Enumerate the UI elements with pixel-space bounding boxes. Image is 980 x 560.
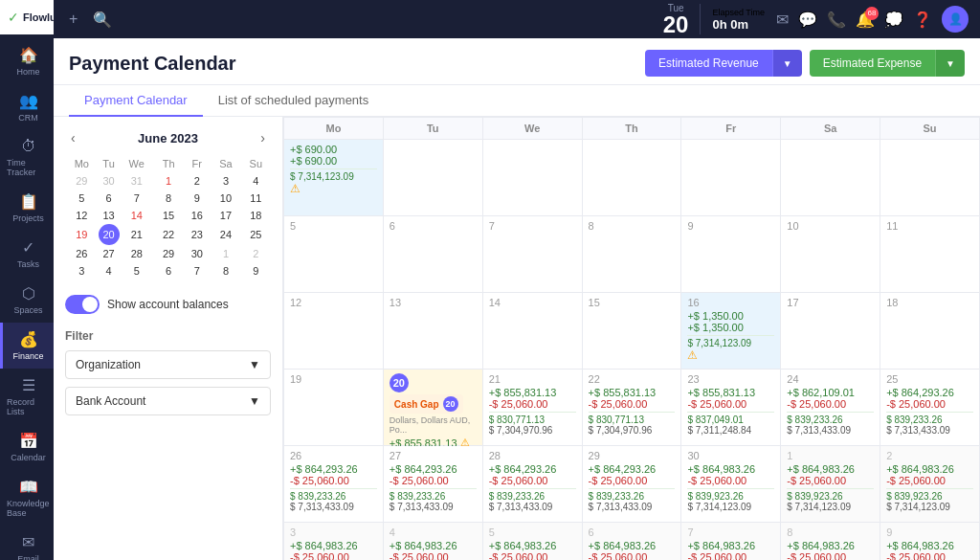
mini-cal-day[interactable]: 11 bbox=[241, 190, 271, 207]
mini-cal-day[interactable]: 14 bbox=[120, 207, 154, 224]
tab-scheduled-payments[interactable]: List of scheduled payments bbox=[203, 85, 385, 117]
estimated-revenue-caret[interactable]: ▼ bbox=[772, 50, 802, 77]
sidebar-item-time-tracker[interactable]: ⏱ Time Tracker bbox=[0, 130, 54, 185]
mini-cal-day[interactable]: 29 bbox=[154, 245, 183, 262]
calendar-cell[interactable]: 5 bbox=[284, 216, 384, 293]
sidebar-item-knowledge[interactable]: 📖 Knowledge Base bbox=[0, 470, 54, 526]
calendar-cell[interactable]: 29 +$ 864,293.26 -$ 25,060.00 $ 839,233.… bbox=[583, 446, 682, 523]
calendar-cell[interactable]: 24 +$ 862,109.01 -$ 25,060.00 $ 839,233.… bbox=[781, 370, 880, 446]
estimated-expense-caret[interactable]: ▼ bbox=[935, 50, 965, 77]
mini-cal-prev[interactable]: ‹ bbox=[65, 128, 81, 147]
mini-cal-day[interactable]: 10 bbox=[211, 190, 240, 207]
mini-cal-day[interactable]: 24 bbox=[211, 224, 240, 245]
estimated-expense-button[interactable]: Estimated Expense bbox=[810, 50, 935, 77]
calendar-cell[interactable]: 23 +$ 855,831.13 -$ 25,060.00 $ 837,049.… bbox=[681, 370, 781, 446]
calendar-cell[interactable]: 25 +$ 864,293.26 -$ 25,060.00 $ 839,233.… bbox=[880, 370, 980, 446]
calendar-cell[interactable]: 6 bbox=[384, 216, 483, 293]
mail-button[interactable]: ✉ bbox=[776, 11, 789, 29]
mini-cal-day[interactable]: 4 bbox=[241, 172, 271, 190]
mini-cal-day[interactable]: 31 bbox=[120, 172, 154, 190]
calendar-cell[interactable]: 11 bbox=[880, 216, 980, 293]
calendar-cell[interactable]: 15 bbox=[583, 293, 682, 370]
bank-account-filter[interactable]: Bank Account ▼ bbox=[65, 387, 271, 415]
sidebar-item-tasks[interactable]: ✓ Tasks bbox=[0, 231, 54, 277]
mini-cal-day[interactable]: 1 bbox=[154, 172, 183, 190]
mini-cal-day[interactable]: 8 bbox=[211, 262, 240, 280]
mini-cal-day[interactable]: 4 bbox=[99, 262, 120, 280]
calendar-cell[interactable]: 13 bbox=[384, 293, 483, 370]
avatar[interactable]: 👤 bbox=[942, 6, 969, 33]
mini-cal-day[interactable]: 3 bbox=[65, 262, 99, 280]
add-button[interactable]: + bbox=[65, 7, 81, 32]
calendar-cell[interactable]: 21 +$ 855,831.13 -$ 25,060.00 $ 830,771.… bbox=[483, 370, 583, 446]
mini-cal-day[interactable]: 21 bbox=[120, 224, 154, 245]
mini-cal-day[interactable]: 18 bbox=[241, 207, 271, 224]
calendar-cell[interactable]: 4 +$ 864,983.26 -$ 25,060.00 bbox=[384, 523, 483, 560]
calendar-cell[interactable]: 7 bbox=[483, 216, 583, 293]
mini-cal-next[interactable]: › bbox=[255, 128, 271, 147]
calendar-cell[interactable]: 7 +$ 864,983.26 -$ 25,060.00 bbox=[681, 523, 781, 560]
organization-filter[interactable]: Organization ▼ bbox=[65, 350, 271, 379]
calendar-cell[interactable] bbox=[781, 140, 880, 216]
mini-cal-day[interactable]: 17 bbox=[211, 207, 240, 224]
notification-button[interactable]: 🔔 68 bbox=[856, 11, 875, 29]
calendar-cell[interactable]: 27 +$ 864,293.26 -$ 25,060.00 $ 839,233.… bbox=[384, 446, 483, 523]
mini-cal-day[interactable]: 12 bbox=[65, 207, 99, 224]
calendar-cell[interactable]: 8 +$ 864,983.26 -$ 25,060.00 bbox=[781, 523, 880, 560]
mini-cal-day[interactable]: 3 bbox=[211, 172, 240, 190]
calendar-cell[interactable]: 9 bbox=[681, 216, 781, 293]
calendar-cell[interactable]: 22 +$ 855,831.13 -$ 25,060.00 $ 830,771.… bbox=[583, 370, 682, 446]
estimated-revenue-button[interactable]: Estimated Revenue bbox=[645, 50, 772, 77]
sidebar-item-email[interactable]: ✉ Email bbox=[0, 526, 54, 560]
mini-cal-day[interactable]: 16 bbox=[183, 207, 211, 224]
calendar-cell[interactable]: 12 bbox=[284, 293, 384, 370]
mini-cal-day[interactable]: 30 bbox=[99, 172, 120, 190]
calendar-cell[interactable]: 16 +$ 1,350.00 +$ 1,350.00 $ 7,314,123.0… bbox=[681, 293, 781, 370]
mini-cal-day[interactable]: 1 bbox=[211, 245, 240, 262]
sidebar-item-projects[interactable]: 📋 Projects bbox=[0, 185, 54, 231]
mini-cal-day[interactable]: 9 bbox=[241, 262, 271, 280]
calendar-cell[interactable] bbox=[483, 140, 583, 216]
sidebar-item-calendar[interactable]: 📅 Calendar bbox=[0, 424, 54, 470]
sidebar-item-home[interactable]: 🏠 Home bbox=[0, 38, 54, 84]
sidebar-item-crm[interactable]: 👥 CRM bbox=[0, 84, 54, 130]
calendar-cell[interactable]: 20 Cash Gap 20 Dollars, Dollars AUD, Po.… bbox=[384, 370, 483, 446]
mini-cal-day[interactable]: 20 bbox=[99, 224, 120, 245]
calendar-cell[interactable]: 8 bbox=[583, 216, 682, 293]
mini-cal-day[interactable]: 28 bbox=[120, 245, 154, 262]
calendar-cell[interactable]: 6 +$ 864,983.26 -$ 25,060.00 bbox=[583, 523, 682, 560]
calendar-cell[interactable]: 5 +$ 864,983.26 -$ 25,060.00 bbox=[483, 523, 583, 560]
mini-cal-day[interactable]: 26 bbox=[65, 245, 99, 262]
mini-cal-day[interactable]: 7 bbox=[120, 190, 154, 207]
mini-cal-day[interactable]: 2 bbox=[183, 172, 211, 190]
messages-button[interactable]: 💭 bbox=[884, 11, 903, 29]
calendar-cell[interactable]: 19 bbox=[284, 370, 384, 446]
mini-cal-day[interactable]: 13 bbox=[99, 207, 120, 224]
calendar-cell[interactable]: 9 +$ 864,983.26 -$ 25,060.00 bbox=[880, 523, 980, 560]
mini-cal-day[interactable]: 6 bbox=[99, 190, 120, 207]
mini-cal-day[interactable]: 29 bbox=[65, 172, 99, 190]
calendar-cell[interactable] bbox=[583, 140, 682, 216]
calendar-cell[interactable]: 1 +$ 864,983.26 -$ 25,060.00 $ 839,923.2… bbox=[781, 446, 880, 523]
calendar-cell[interactable]: 10 bbox=[781, 216, 880, 293]
calendar-cell[interactable] bbox=[681, 140, 781, 216]
calendar-cell[interactable]: +$ 690.00 +$ 690.00 $ 7,314,123.09⚠ bbox=[284, 140, 384, 216]
mini-cal-day[interactable]: 5 bbox=[120, 262, 154, 280]
mini-cal-day[interactable]: 5 bbox=[65, 190, 99, 207]
sidebar-item-record-lists[interactable]: ☰ Record Lists bbox=[0, 369, 54, 424]
tab-payment-calendar[interactable]: Payment Calendar bbox=[69, 85, 203, 117]
mini-cal-day[interactable]: 2 bbox=[241, 245, 271, 262]
mini-cal-day[interactable]: 22 bbox=[154, 224, 183, 245]
help-button[interactable]: ❓ bbox=[913, 11, 932, 29]
sidebar-item-finance[interactable]: 💰 Finance bbox=[0, 323, 54, 369]
mini-cal-day[interactable]: 25 bbox=[241, 224, 271, 245]
calendar-cell[interactable]: 2 +$ 864,983.26 -$ 25,060.00 $ 839,923.2… bbox=[880, 446, 980, 523]
calendar-cell[interactable]: 28 +$ 864,293.26 -$ 25,060.00 $ 839,233.… bbox=[483, 446, 583, 523]
mini-cal-day[interactable]: 7 bbox=[183, 262, 211, 280]
calendar-cell[interactable]: 26 +$ 864,293.26 -$ 25,060.00 $ 839,233.… bbox=[284, 446, 384, 523]
calendar-cell[interactable] bbox=[384, 140, 483, 216]
phone-button[interactable]: 📞 bbox=[827, 11, 846, 29]
mini-cal-day[interactable]: 19 bbox=[65, 224, 99, 245]
mini-cal-day[interactable]: 6 bbox=[154, 262, 183, 280]
calendar-cell[interactable]: 18 bbox=[880, 293, 980, 370]
